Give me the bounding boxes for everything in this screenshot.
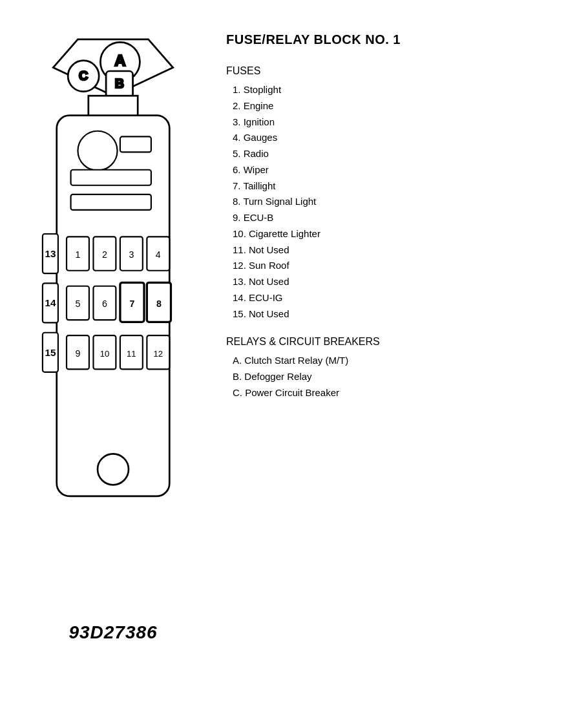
svg-text:6: 6 (102, 299, 107, 309)
svg-text:2: 2 (102, 249, 107, 260)
info-section: FUSE/RELAY BLOCK NO. 1 FUSES 1. Stopligh… (207, 26, 569, 401)
svg-text:A: A (114, 52, 125, 69)
svg-text:10: 10 (100, 349, 110, 359)
svg-text:3: 3 (129, 249, 134, 260)
svg-point-43 (98, 454, 129, 485)
svg-text:13: 13 (45, 248, 56, 259)
diagram-section: A C B 13 1 (19, 26, 207, 643)
svg-text:14: 14 (45, 297, 56, 308)
fuse-item: 10. Cigarette Lighter (226, 226, 569, 242)
svg-rect-10 (120, 136, 151, 152)
relays-heading: RELAYS & CIRCUIT BREAKERS (226, 336, 569, 348)
fuse-item: 15. Not Used (226, 306, 569, 322)
fuse-item: 2. Engine (226, 98, 569, 114)
fuse-block-diagram: A C B 13 1 (36, 32, 191, 611)
fuse-item: 14. ECU-IG (226, 290, 569, 306)
svg-text:C: C (79, 68, 88, 83)
svg-point-9 (78, 131, 117, 171)
fuse-item: 4. Gauges (226, 130, 569, 146)
svg-text:B: B (115, 76, 124, 90)
block-title: FUSE/RELAY BLOCK NO. 1 (226, 32, 569, 47)
fuses-heading: FUSES (226, 65, 569, 77)
fuse-item: 8. Turn Signal Light (226, 194, 569, 210)
fuse-item: 7. Taillight (226, 178, 569, 194)
relay-list: A. Clutch Start Relay (M/T)B. Defogger R… (226, 353, 569, 401)
svg-rect-7 (89, 96, 138, 117)
fuse-list: 1. Stoplight2. Engine3. Ignition4. Gauge… (226, 82, 569, 322)
svg-text:9: 9 (76, 348, 81, 359)
fuse-item: 6. Wiper (226, 162, 569, 178)
relay-item: B. Defogger Relay (226, 369, 569, 385)
fuse-item: 11. Not Used (226, 242, 569, 258)
fuse-item: 9. ECU-B (226, 210, 569, 226)
svg-text:11: 11 (127, 349, 136, 359)
fuse-item: 1. Stoplight (226, 82, 569, 98)
svg-text:15: 15 (45, 347, 56, 358)
svg-text:8: 8 (156, 299, 162, 309)
fuse-item: 13. Not Used (226, 274, 569, 290)
relay-item: C. Power Circuit Breaker (226, 385, 569, 401)
svg-rect-12 (71, 194, 151, 210)
fuse-item: 3. Ignition (226, 114, 569, 131)
fuse-item: 12. Sun Roof (226, 258, 569, 274)
svg-text:12: 12 (154, 349, 163, 359)
svg-text:7: 7 (130, 299, 135, 309)
svg-text:5: 5 (76, 299, 81, 309)
svg-text:4: 4 (156, 249, 161, 260)
svg-text:1: 1 (76, 249, 81, 260)
svg-rect-11 (71, 170, 151, 185)
relay-item: A. Clutch Start Relay (M/T) (226, 353, 569, 369)
diagram-label: 93D27386 (68, 622, 157, 643)
fuse-item: 5. Radio (226, 146, 569, 162)
